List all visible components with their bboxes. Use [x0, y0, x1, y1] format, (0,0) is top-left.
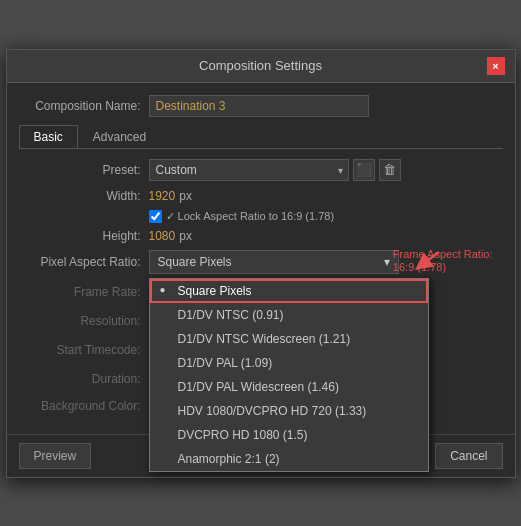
duration-label: Duration:: [19, 372, 149, 386]
lock-aspect-row: ✓ Lock Aspect Ratio to 16:9 (1.78): [19, 210, 503, 223]
dialog-title: Composition Settings: [35, 58, 487, 73]
preset-select-wrapper: Custom ▾: [149, 159, 349, 181]
width-row: Width: 1920 px: [19, 189, 503, 203]
par-option-hdv[interactable]: HDV 1080/DVCPRO HD 720 (1.33): [150, 399, 428, 423]
dialog-body: Composition Name: Basic Advanced Preset:…: [7, 83, 515, 430]
par-option-d1-pal-wide[interactable]: D1/DV PAL Widescreen (1.46): [150, 375, 428, 399]
tab-advanced[interactable]: Advanced: [78, 125, 161, 148]
lock-aspect-checkbox[interactable]: [149, 210, 162, 223]
arrow-indicator: [401, 250, 441, 280]
par-option-dvcpro[interactable]: DVCPRO HD 1080 (1.5): [150, 423, 428, 447]
frame-rate-label: Frame Rate:: [19, 285, 149, 299]
par-row: Pixel Aspect Ratio: Square Pixels ▾ Fram…: [19, 250, 503, 274]
save-icon: ⬛: [356, 162, 372, 177]
width-value: 1920: [149, 189, 176, 203]
close-button[interactable]: ×: [487, 57, 505, 75]
par-option-d1-ntsc[interactable]: D1/DV NTSC (0.91): [150, 303, 428, 327]
preview-button[interactable]: Preview: [19, 443, 92, 469]
width-unit: px: [179, 189, 192, 203]
lock-aspect-label: ✓ Lock Aspect Ratio to 16:9 (1.78): [166, 210, 335, 223]
height-label: Height:: [19, 229, 149, 243]
cancel-button[interactable]: Cancel: [435, 443, 502, 469]
comp-name-input[interactable]: [149, 95, 369, 117]
comp-name-label: Composition Name:: [19, 99, 149, 113]
par-dropdown-arrow: ▾: [384, 255, 390, 269]
par-label: Pixel Aspect Ratio:: [19, 255, 149, 269]
height-value: 1080: [149, 229, 176, 243]
par-option-anamorphic[interactable]: Anamorphic 2:1 (2): [150, 447, 428, 471]
preset-label: Preset:: [19, 163, 149, 177]
tab-basic[interactable]: Basic: [19, 125, 78, 148]
comp-name-row: Composition Name:: [19, 91, 503, 117]
preset-delete-button[interactable]: 🗑: [379, 159, 401, 181]
trash-icon: 🗑: [383, 162, 396, 177]
bg-color-label: Background Color:: [19, 399, 149, 413]
preset-row: Preset: Custom ▾ ⬛ 🗑: [19, 159, 503, 181]
tabs: Basic Advanced: [19, 125, 503, 149]
height-unit: px: [179, 229, 192, 243]
par-option-square-pixels[interactable]: Square Pixels: [150, 279, 428, 303]
start-timecode-label: Start Timecode:: [19, 343, 149, 357]
par-option-d1-pal[interactable]: D1/DV PAL (1.09): [150, 351, 428, 375]
height-row: Height: 1080 px: [19, 229, 503, 243]
par-dropdown-popup: Square Pixels D1/DV NTSC (0.91) D1/DV NT…: [149, 278, 429, 472]
title-bar: Composition Settings ×: [7, 50, 515, 83]
resolution-label: Resolution:: [19, 314, 149, 328]
preset-select[interactable]: Custom: [149, 159, 349, 181]
par-section: Pixel Aspect Ratio: Square Pixels ▾ Fram…: [19, 250, 503, 274]
par-option-d1-ntsc-wide[interactable]: D1/DV NTSC Widescreen (1.21): [150, 327, 428, 351]
par-selected-value: Square Pixels: [158, 255, 232, 269]
par-select[interactable]: Square Pixels ▾: [149, 250, 399, 274]
preset-save-button[interactable]: ⬛: [353, 159, 375, 181]
width-label: Width:: [19, 189, 149, 203]
composition-settings-dialog: Composition Settings × Composition Name:…: [6, 49, 516, 478]
